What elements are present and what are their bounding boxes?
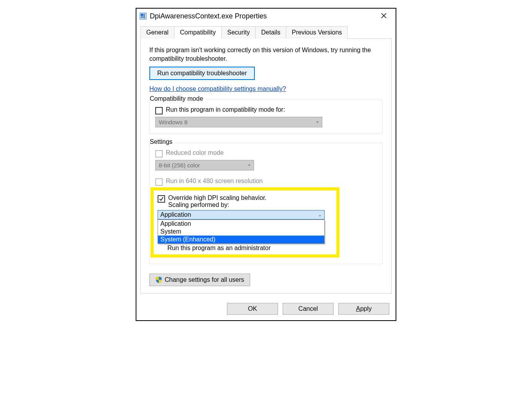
app-icon <box>140 13 147 20</box>
tab-content: If this program isn't working correctly … <box>140 39 392 294</box>
properties-dialog: DpiAwarenessContext.exe Properties Gener… <box>136 8 396 321</box>
tab-previous-versions[interactable]: Previous Versions <box>286 26 348 39</box>
tab-security[interactable]: Security <box>222 26 256 39</box>
svg-rect-3 <box>145 14 145 18</box>
compatibility-mode-group: Compatibility mode Run this program in c… <box>149 100 383 134</box>
change-settings-all-users-label: Change settings for all users <box>165 276 244 283</box>
override-dpi-checkbox[interactable] <box>158 195 165 203</box>
intro-text: If this program isn't working correctly … <box>149 46 383 63</box>
color-mode-select-value: 8-bit (256) color <box>159 162 200 169</box>
run-640x480-label: Run in 640 x 480 screen resolution <box>166 178 263 185</box>
dialog-footer: OK Cancel Apply <box>136 299 396 320</box>
svg-rect-5 <box>141 18 143 18</box>
svg-rect-4 <box>141 16 143 17</box>
group-label-settings: Settings <box>150 138 175 145</box>
dpi-scaling-select-value: Application <box>160 211 191 218</box>
svg-rect-1 <box>141 14 143 16</box>
run-640x480-checkbox[interactable] <box>155 178 163 186</box>
change-settings-all-users-button[interactable]: Change settings for all users <box>149 274 250 286</box>
settings-group: Settings Reduced color mode 8-bit (256) … <box>149 143 383 264</box>
reduced-color-label: Reduced color mode <box>166 149 224 156</box>
ok-button[interactable]: OK <box>227 303 278 315</box>
window-title: DpiAwarenessContext.exe Properties <box>150 12 267 20</box>
color-mode-select[interactable]: 8-bit (256) color ▾ <box>155 160 254 170</box>
titlebar: DpiAwarenessContext.exe Properties <box>136 9 396 24</box>
tabs: General Compatibility Security Details P… <box>140 26 392 39</box>
tab-details[interactable]: Details <box>255 26 286 39</box>
close-button[interactable] <box>376 11 392 21</box>
tab-compatibility[interactable]: Compatibility <box>174 26 222 39</box>
reduced-color-checkbox[interactable] <box>155 150 163 158</box>
dpi-highlight-box: Override high DPI scaling behavior. Scal… <box>151 187 340 258</box>
chevron-down-icon: ▾ <box>316 120 319 125</box>
cancel-button[interactable]: Cancel <box>283 303 334 315</box>
tab-general[interactable]: General <box>140 26 174 39</box>
manual-settings-link[interactable]: How do I choose compatibility settings m… <box>149 85 286 92</box>
dpi-scaling-select[interactable]: Application ⌄ <box>158 210 325 219</box>
chevron-down-icon: ⌄ <box>318 212 322 218</box>
compat-mode-select[interactable]: Windows 8 ▾ <box>155 117 322 127</box>
chevron-down-icon: ▾ <box>248 163 251 168</box>
group-label-compat: Compatibility mode <box>150 95 205 102</box>
dpi-option-system[interactable]: System <box>158 228 324 236</box>
compat-mode-select-value: Windows 8 <box>159 119 187 125</box>
svg-rect-2 <box>143 14 144 18</box>
override-dpi-label: Override high DPI scaling behavior. Scal… <box>168 194 267 209</box>
run-as-admin-label: Run this program as an administrator <box>167 245 271 252</box>
compat-mode-checkbox[interactable] <box>155 107 163 114</box>
dpi-option-application[interactable]: Application <box>158 220 324 228</box>
shield-icon <box>155 276 162 283</box>
dpi-option-system-enhanced[interactable]: System (Enhanced) <box>158 236 324 243</box>
dpi-scaling-dropdown: Application System System (Enhanced) <box>158 219 325 244</box>
run-troubleshooter-button[interactable]: Run compatibility troubleshooter <box>149 67 255 80</box>
compat-mode-label: Run this program in compatibility mode f… <box>166 106 285 113</box>
apply-button[interactable]: Apply <box>338 303 389 315</box>
